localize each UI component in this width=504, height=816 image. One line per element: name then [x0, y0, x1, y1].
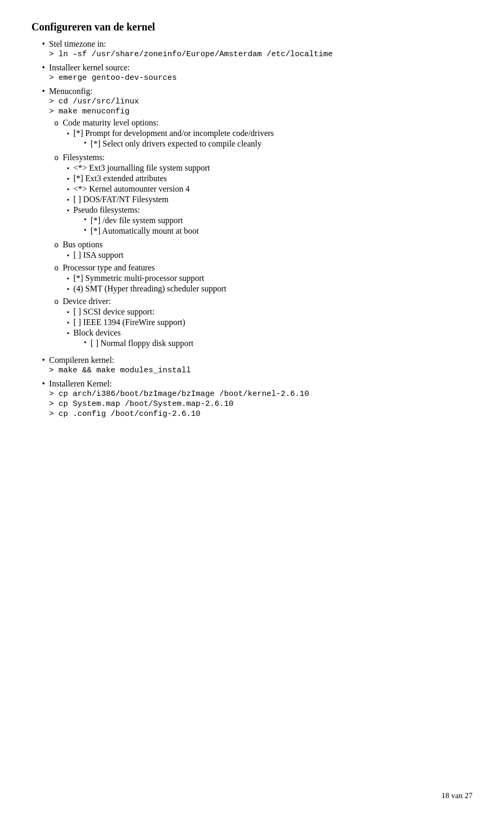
bus-sq-list: [ ] ISA support: [62, 250, 472, 260]
code-maturity-label: Code maturity level options:: [62, 118, 472, 128]
sq-item-ext3-attr: [*] Ext3 extended attributes: [62, 174, 472, 183]
sq-item-ieee: [ ] IEEE 1394 (FireWire support): [62, 318, 472, 327]
menuconfig-content: Menuconfig: > cd /usr/src/linux > make m…: [49, 87, 472, 352]
automount-text: [*] Automatically mount at boot: [91, 226, 199, 236]
device-driver-sq-list: [ ] SCSI device support: [ ] IEEE 1394 (…: [62, 307, 472, 349]
sq-item-ext3-journal: <*> Ext3 journalling file system support: [62, 163, 472, 173]
menuconfig-cmd2: > make menuconfig: [49, 107, 472, 116]
install-content: Installeren Kernel: > cp arch/i386/boot/…: [49, 379, 472, 420]
install-label: Installeren Kernel:: [49, 379, 472, 389]
compile-cmd: > make && make modules_install: [49, 366, 472, 375]
ext3-journal-text: <*> Ext3 journalling file system support: [74, 163, 472, 173]
o-item-bus: Bus options [ ] ISA support: [49, 240, 472, 261]
install-cmd2: > cp System.map /boot/System.map-2.6.10: [49, 400, 472, 409]
filesystems-sq-list: <*> Ext3 journalling file system support…: [62, 163, 472, 237]
ieee-text: [ ] IEEE 1394 (FireWire support): [74, 318, 472, 327]
sq-item-pseudo: Pseudo filesystems: [*] /dev file system…: [62, 205, 472, 237]
sub-item-dev: [*] /dev file system support: [74, 216, 472, 225]
code-maturity-sq-list: [*] Prompt for development and/or incomp…: [62, 129, 472, 150]
compile-label: Compileren kernel:: [49, 355, 472, 365]
pseudo-label: Pseudo filesystems:: [74, 205, 472, 215]
block-label: Block devices: [74, 328, 472, 338]
automounter-text: <*> Kernel automounter version 4: [74, 184, 472, 194]
page-content: Configureren van de kernel Stel timezone…: [32, 21, 472, 420]
list-item-compile: Compileren kernel: > make && make module…: [32, 355, 472, 376]
bus-content: Bus options [ ] ISA support: [62, 240, 472, 261]
block-content: Block devices [ ] Normal floppy disk sup…: [74, 328, 472, 349]
sq-item-smp: [*] Symmetric multi-processor support: [62, 274, 472, 283]
sq-item-block: Block devices [ ] Normal floppy disk sup…: [62, 328, 472, 349]
smp-text: [*] Symmetric multi-processor support: [74, 274, 472, 283]
main-list: Stel timezone in: > ln –sf /usr/share/zo…: [32, 39, 472, 420]
isa-text: [ ] ISA support: [74, 250, 472, 260]
menuconfig-o-list: Code maturity level options: [*] Prompt …: [49, 118, 472, 350]
processor-label: Processor type and features: [62, 263, 472, 273]
sq-item-automounter: <*> Kernel automounter version 4: [62, 184, 472, 194]
sub-select-text: [*] Select only drivers expected to comp…: [91, 139, 262, 149]
ext3-attr-text: [*] Ext3 extended attributes: [74, 174, 472, 183]
list-item-kernel-source: Installeer kernel source: > emerge gento…: [32, 63, 472, 83]
dos-fat-text: [ ] DOS/FAT/NT Filesystem: [74, 195, 472, 204]
smt-text: (4) SMT (Hyper threading) scheduler supp…: [74, 284, 472, 294]
o-item-code-maturity: Code maturity level options: [*] Prompt …: [49, 118, 472, 151]
filesystems-content: Filesystems: <*> Ext3 journalling file s…: [62, 153, 472, 238]
sq-item-prompt: [*] Prompt for development and/or incomp…: [62, 129, 472, 150]
dev-text: [*] /dev file system support: [91, 216, 183, 225]
o-item-filesystems: Filesystems: <*> Ext3 journalling file s…: [49, 153, 472, 238]
processor-content: Processor type and features [*] Symmetri…: [62, 263, 472, 295]
menuconfig-cmd1: > cd /usr/src/linux: [49, 97, 472, 106]
scsi-text: [ ] SCSI device support:: [74, 307, 472, 317]
pseudo-content: Pseudo filesystems: [*] /dev file system…: [74, 205, 472, 237]
kernel-source-label: Installeer kernel source:: [49, 63, 472, 72]
timezone-content: Stel timezone in: > ln –sf /usr/share/zo…: [49, 39, 472, 60]
device-driver-content: Device driver: [ ] SCSI device support: …: [62, 297, 472, 350]
processor-sq-list: [*] Symmetric multi-processor support (4…: [62, 274, 472, 294]
sq-item-smt: (4) SMT (Hyper threading) scheduler supp…: [62, 284, 472, 294]
filesystems-label: Filesystems:: [62, 153, 472, 162]
sub-item-select: [*] Select only drivers expected to comp…: [74, 139, 472, 149]
install-cmd3: > cp .config /boot/config-2.6.10: [49, 410, 472, 419]
sq-item-isa: [ ] ISA support: [62, 250, 472, 260]
kernel-source-cmd: > emerge gentoo-dev-sources: [49, 74, 472, 82]
bus-label: Bus options: [62, 240, 472, 249]
floppy-text: [ ] Normal floppy disk support: [91, 339, 194, 348]
list-item-timezone: Stel timezone in: > ln –sf /usr/share/zo…: [32, 39, 472, 60]
list-item-menuconfig: Menuconfig: > cd /usr/src/linux > make m…: [32, 87, 472, 352]
compile-content: Compileren kernel: > make && make module…: [49, 355, 472, 376]
pseudo-sub-list: [*] /dev file system support [*] Automat…: [74, 216, 472, 236]
sq-prompt-content: [*] Prompt for development and/or incomp…: [74, 129, 472, 150]
device-driver-label: Device driver:: [62, 297, 472, 306]
sq-item-scsi: [ ] SCSI device support:: [62, 307, 472, 317]
kernel-source-content: Installeer kernel source: > emerge gento…: [49, 63, 472, 83]
sub-item-floppy: [ ] Normal floppy disk support: [74, 339, 472, 348]
page-title: Configureren van de kernel: [32, 21, 472, 33]
menuconfig-label: Menuconfig:: [49, 87, 472, 96]
sub-bullet-select: [*] Select only drivers expected to comp…: [74, 139, 472, 149]
timezone-label: Stel timezone in:: [49, 39, 472, 49]
page-number: 18 van 27: [442, 791, 472, 800]
block-sub-list: [ ] Normal floppy disk support: [74, 339, 472, 348]
sq-prompt-text: [*] Prompt for development and/or incomp…: [74, 129, 472, 138]
sq-item-dos-fat: [ ] DOS/FAT/NT Filesystem: [62, 195, 472, 204]
o-item-device-driver: Device driver: [ ] SCSI device support: …: [49, 297, 472, 350]
sub-item-automount: [*] Automatically mount at boot: [74, 226, 472, 236]
list-item-install: Installeren Kernel: > cp arch/i386/boot/…: [32, 379, 472, 420]
code-maturity-content: Code maturity level options: [*] Prompt …: [62, 118, 472, 151]
install-cmd1: > cp arch/i386/boot/bzImage/bzImage /boo…: [49, 390, 472, 399]
timezone-cmd: > ln –sf /usr/share/zoneinfo/Europe/Amst…: [49, 50, 472, 59]
o-item-processor: Processor type and features [*] Symmetri…: [49, 263, 472, 295]
